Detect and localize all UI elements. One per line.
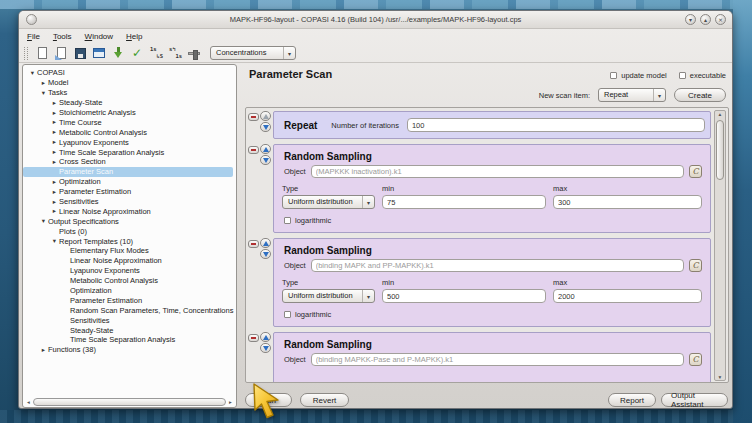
slider-icon[interactable]	[187, 46, 201, 60]
tree-item-steady-state[interactable]: ▸Steady-State	[23, 98, 236, 108]
tree-right-arrow-icon[interactable]: ▸	[50, 207, 59, 215]
tree-item-sensitivities[interactable]: Sensitivities	[23, 315, 236, 325]
tree-item-sensitivities[interactable]: ▸Sensitivities	[23, 197, 236, 207]
remove-scan-item-button[interactable]	[248, 240, 259, 248]
tree-right-arrow-icon[interactable]: ▸	[50, 198, 59, 206]
checkbox-icon[interactable]	[610, 72, 617, 79]
tree-item-stoichiometric-analysis[interactable]: ▸Stoichiometric Analysis	[23, 108, 236, 118]
checkbox-icon[interactable]	[679, 72, 686, 79]
object-input[interactable]	[311, 353, 684, 366]
tree-right-arrow-icon[interactable]: ▸	[39, 79, 48, 87]
tree-item-linear-noise-approximation[interactable]: Linear Noise Approximation	[23, 256, 236, 266]
tree-horizontal-scrollbar[interactable]: ◂ ▸	[25, 397, 234, 406]
tree-right-arrow-icon[interactable]: ▸	[39, 346, 48, 354]
move-up-button[interactable]	[260, 238, 271, 248]
move-up-button[interactable]	[260, 111, 271, 121]
scrollbar-thumb[interactable]	[33, 398, 226, 406]
tree-item-time-course[interactable]: ▸Time Course	[23, 117, 236, 127]
iterations-input[interactable]	[407, 118, 705, 132]
tree-item-steady-state[interactable]: Steady-State	[23, 325, 236, 335]
move-up-button[interactable]	[260, 144, 271, 154]
tree-item-cross-section[interactable]: ▸Cross Section	[23, 157, 236, 167]
copasi-window-icon[interactable]	[92, 46, 106, 60]
toolbar-handle-icon[interactable]	[24, 47, 28, 60]
tree-item-linear-noise-approximation[interactable]: ▸Linear Noise Approximation	[23, 206, 236, 216]
remove-scan-item-button[interactable]	[248, 113, 259, 121]
minimize-button[interactable]: ▾	[685, 14, 696, 25]
report-button[interactable]: Report	[608, 393, 656, 407]
max-input[interactable]	[553, 195, 702, 209]
tree-right-arrow-icon[interactable]: ▸	[50, 99, 59, 107]
tree-item-model[interactable]: ▸Model	[23, 78, 236, 88]
output-assistant-button[interactable]: Output Assistant	[661, 393, 728, 407]
new-scan-item-select[interactable]: Repeat ▾	[598, 88, 666, 102]
tree-right-arrow-icon[interactable]: ▸	[50, 148, 59, 156]
tree-right-arrow-icon[interactable]: ▸	[50, 188, 59, 196]
close-button[interactable]: ×	[715, 14, 726, 25]
tree-item-functions-38[interactable]: ▸Functions (38)	[23, 345, 236, 355]
save-icon[interactable]	[73, 46, 87, 60]
move-down-button[interactable]	[260, 249, 271, 259]
tree-item-optimization[interactable]: ▸Optimization	[23, 177, 236, 187]
tree-item-lyapunov-exponents[interactable]: Lyapunov Exponents	[23, 266, 236, 276]
menu-tools[interactable]: Tools	[53, 32, 72, 41]
checkbox-icon[interactable]	[284, 311, 291, 318]
scroll-left-icon[interactable]: ◂	[25, 399, 32, 405]
tree-item-random-scan-parameters-time-concentrations[interactable]: Random Scan Parameters, Time, Concentrat…	[23, 305, 236, 315]
object-input[interactable]	[311, 165, 684, 178]
tree-right-arrow-icon[interactable]: ▸	[50, 178, 59, 186]
move-down-button[interactable]	[260, 343, 271, 353]
menu-file[interactable]: File	[27, 32, 40, 41]
menu-help[interactable]: Help	[126, 32, 142, 41]
tree-item-parameter-estimation[interactable]: Parameter Estimation	[23, 295, 236, 305]
tree-item-plots-0[interactable]: Plots (0)	[23, 226, 236, 236]
concentration-icon[interactable]: s↰1s	[168, 46, 182, 60]
logarithmic-checkbox[interactable]: logarithmic	[284, 310, 331, 319]
move-up-button[interactable]	[260, 332, 271, 342]
tree-item-parameter-scan[interactable]: Parameter Scan	[23, 167, 233, 177]
tree-item-copasi[interactable]: ▾COPASI	[23, 68, 236, 78]
tree-item-report-templates-10[interactable]: ▾Report Templates (10)	[23, 236, 236, 246]
tree-item-output-specifications[interactable]: ▾Output Specifications	[23, 216, 236, 226]
scan-vertical-scrollbar[interactable]: ▴ ▾	[714, 110, 726, 381]
move-down-button[interactable]	[260, 155, 271, 165]
tree-right-arrow-icon[interactable]: ▸	[50, 109, 59, 117]
tree-right-arrow-icon[interactable]: ▸	[50, 158, 59, 166]
distribution-type-select[interactable]: Uniform distribution▾	[282, 195, 375, 209]
object-input[interactable]	[311, 259, 684, 272]
move-down-button[interactable]	[260, 122, 271, 132]
select-object-button[interactable]: C	[689, 165, 702, 178]
distribution-type-select[interactable]: Uniform distribution▾	[282, 289, 375, 303]
create-button[interactable]: Create	[674, 88, 726, 102]
executable-checkbox[interactable]: executable	[679, 71, 726, 80]
scroll-right-icon[interactable]: ▸	[227, 399, 234, 405]
tree-item-time-scale-separation-analysis[interactable]: ▸Time Scale Separation Analysis	[23, 147, 236, 157]
min-input[interactable]	[382, 289, 546, 303]
scroll-down-icon[interactable]: ▾	[715, 374, 725, 380]
max-input[interactable]	[553, 289, 702, 303]
select-object-button[interactable]: C	[689, 259, 702, 272]
maximize-button[interactable]: ▴	[700, 14, 711, 25]
remove-scan-item-button[interactable]	[248, 334, 259, 342]
scroll-up-icon[interactable]: ▴	[715, 111, 725, 117]
view-mode-select[interactable]: Concentrations ▾	[210, 46, 296, 60]
logarithmic-checkbox[interactable]: logarithmic	[284, 216, 331, 225]
tree-item-metabolic-control-analysis[interactable]: Metabolic Control Analysis	[23, 276, 236, 286]
scrollbar-thumb[interactable]	[716, 120, 724, 180]
tree-down-arrow-icon[interactable]: ▾	[39, 89, 48, 97]
tree-item-optimization[interactable]: Optimization	[23, 286, 236, 296]
tree-item-time-scale-separation-analysis[interactable]: Time Scale Separation Analysis	[23, 335, 236, 345]
min-input[interactable]	[382, 195, 546, 209]
menu-window[interactable]: Window	[85, 32, 113, 41]
apply-icon[interactable]: ✓	[130, 46, 144, 60]
tree-right-arrow-icon[interactable]: ▸	[50, 118, 59, 126]
new-file-icon[interactable]	[35, 46, 49, 60]
tree-right-arrow-icon[interactable]: ▸	[50, 138, 59, 146]
export-sbml-icon[interactable]	[111, 46, 125, 60]
tree-item-lyapunov-exponents[interactable]: ▸Lyapunov Exponents	[23, 137, 236, 147]
tree-down-arrow-icon[interactable]: ▾	[39, 217, 48, 225]
tree-down-arrow-icon[interactable]: ▾	[50, 237, 59, 245]
checkbox-icon[interactable]	[284, 217, 291, 224]
remove-scan-item-button[interactable]	[248, 146, 259, 154]
tree-down-arrow-icon[interactable]: ▾	[28, 69, 37, 77]
